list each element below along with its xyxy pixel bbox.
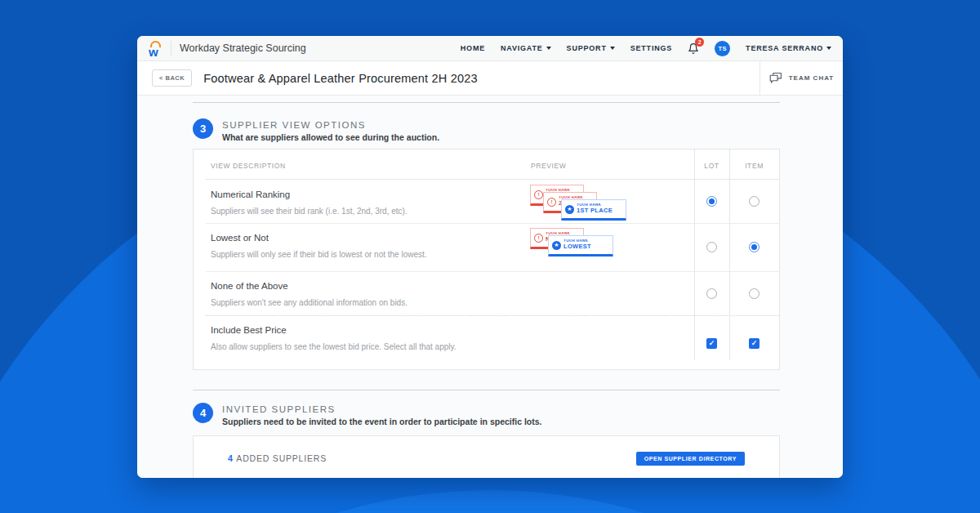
chevron-down-icon	[610, 47, 615, 50]
chevron-down-icon	[546, 47, 551, 50]
chevron-down-icon	[826, 47, 831, 50]
row-description: Suppliers will see their bid rank (i.e. …	[211, 207, 408, 216]
divider	[193, 390, 780, 390]
lot-cell	[694, 271, 729, 315]
row-title: None of the Above	[211, 281, 288, 291]
topbar: w Workday Strategic Sourcing HOMENAVIGAT…	[137, 36, 843, 61]
header-item: ITEM	[729, 162, 779, 170]
supplier-view-table: VIEW DESCRIPTION PREVIEW LOT ITEM Numeri…	[193, 149, 780, 370]
row-divider	[206, 315, 779, 316]
app-window: w Workday Strategic Sourcing HOMENAVIGAT…	[137, 36, 843, 478]
table-header: VIEW DESCRIPTION PREVIEW LOT ITEM	[194, 149, 779, 180]
item-cell: ✓	[729, 315, 779, 371]
added-suppliers-panel: 4 ADDED SUPPLIERS OPEN SUPPLIER DIRECTOR…	[193, 435, 780, 478]
content-area: 3 SUPPLIER VIEW OPTIONS What are supplie…	[137, 96, 843, 478]
alert-badge-icon: !	[534, 234, 543, 243]
row-title: Lowest or Not	[211, 233, 269, 243]
section-title: INVITED SUPPLIERS	[222, 403, 541, 414]
row-title: Numerical Ranking	[211, 190, 290, 199]
team-chat-label: TEAM CHAT	[789, 74, 835, 82]
lot-cell: ✓	[694, 315, 729, 371]
lot-cell	[694, 223, 729, 271]
open-supplier-directory-button[interactable]: OPEN SUPPLIER DIRECTORY	[636, 452, 745, 466]
user-menu[interactable]: TERESA SERRANO	[746, 44, 831, 52]
table-row: Include Best PriceAlso allow suppliers t…	[194, 315, 779, 371]
item-radio[interactable]	[749, 242, 760, 252]
star-badge-icon: ★	[552, 241, 561, 250]
star-badge-icon: ★	[565, 205, 574, 214]
alert-badge-icon: !	[534, 190, 543, 199]
table-row: Lowest or NotSuppliers will only see if …	[194, 223, 779, 271]
lot-cell	[694, 180, 729, 223]
rank-value: 1ST PLACE	[577, 207, 612, 214]
notifications-button[interactable]: 2	[688, 42, 699, 55]
row-description: Also allow suppliers to see the lowest b…	[211, 342, 457, 351]
item-radio[interactable]	[749, 288, 760, 299]
preview-card: ★YOUR RANKLOWEST	[548, 235, 613, 256]
back-button[interactable]: < BACK	[152, 69, 192, 87]
preview-cards: !YOUR RANKNOT★YOUR RANKLOWEST	[530, 228, 677, 269]
item-checkbox[interactable]: ✓	[749, 338, 760, 349]
preview-cards: !YOUR RANK3RD!YOUR RANK2ND★YOUR RANK1ST …	[530, 185, 677, 225]
app-title: Workday Strategic Sourcing	[180, 42, 306, 54]
nav-item-label: SUPPORT	[567, 44, 607, 52]
step-4-badge: 4	[193, 403, 213, 423]
added-suppliers-count: 4	[228, 453, 236, 463]
avatar[interactable]: TS	[715, 41, 730, 56]
section-supplier-view-options: 3 SUPPLIER VIEW OPTIONS What are supplie…	[193, 118, 439, 142]
table-row: None of the AboveSuppliers won't see any…	[194, 271, 779, 315]
column-divider	[694, 149, 695, 360]
alert-badge-icon: !	[547, 198, 556, 207]
notification-badge: 2	[695, 38, 704, 47]
rank-value: LOWEST	[564, 243, 591, 250]
table-row: Numerical RankingSuppliers will see thei…	[194, 180, 779, 223]
nav-item-label: SETTINGS	[630, 44, 672, 52]
brand: w Workday Strategic Sourcing	[149, 40, 306, 56]
item-cell	[729, 223, 779, 271]
workday-logo-icon: w	[149, 40, 163, 56]
section-title: SUPPLIER VIEW OPTIONS	[222, 118, 439, 130]
nav-item-settings[interactable]: SETTINGS	[630, 44, 672, 52]
row-description: Suppliers will only see if their bid is …	[211, 250, 427, 259]
lot-radio[interactable]	[706, 242, 717, 252]
step-3-badge: 3	[193, 118, 213, 139]
divider	[193, 102, 780, 103]
header-preview: PREVIEW	[531, 162, 566, 170]
nav-item-label: NAVIGATE	[501, 44, 543, 52]
page-title: Footwear & Apparel Leather Procurement 2…	[203, 72, 478, 85]
added-suppliers-label: ADDED SUPPLIERS	[236, 453, 327, 463]
section-subtitle: Suppliers need to be invited to the even…	[222, 417, 541, 426]
item-cell	[729, 271, 779, 315]
row-description: Suppliers won't see any additional infor…	[211, 298, 408, 307]
row-divider	[206, 271, 779, 272]
nav-item-label: HOME	[461, 44, 485, 52]
top-navigation: HOMENAVIGATESUPPORTSETTINGS 2 TS TERESA …	[461, 41, 831, 56]
column-divider	[729, 149, 730, 360]
chat-bubbles-icon	[769, 72, 782, 84]
preview-card: ★YOUR RANK1ST PLACE	[561, 199, 626, 221]
lot-radio[interactable]	[706, 196, 717, 207]
nav-item-navigate[interactable]: NAVIGATE	[501, 44, 551, 52]
lot-checkbox[interactable]: ✓	[706, 338, 717, 349]
nav-item-support[interactable]: SUPPORT	[567, 44, 615, 52]
brand-divider	[171, 41, 172, 56]
team-chat-button[interactable]: TEAM CHAT	[760, 61, 843, 95]
added-suppliers-summary: 4 ADDED SUPPLIERS	[228, 453, 327, 463]
section-invited-suppliers: 4 INVITED SUPPLIERS Suppliers need to be…	[193, 403, 541, 426]
item-radio[interactable]	[749, 196, 760, 207]
row-divider	[206, 223, 779, 224]
row-title: Include Best Price	[211, 325, 287, 335]
lot-radio[interactable]	[706, 288, 717, 299]
nav-item-home[interactable]: HOME	[461, 44, 485, 52]
item-cell	[729, 180, 779, 223]
header-lot: LOT	[694, 162, 729, 170]
page-header: < BACK Footwear & Apparel Leather Procur…	[137, 61, 843, 96]
header-view-description: VIEW DESCRIPTION	[211, 162, 286, 170]
section-subtitle: What are suppliers allowed to see during…	[222, 132, 439, 142]
